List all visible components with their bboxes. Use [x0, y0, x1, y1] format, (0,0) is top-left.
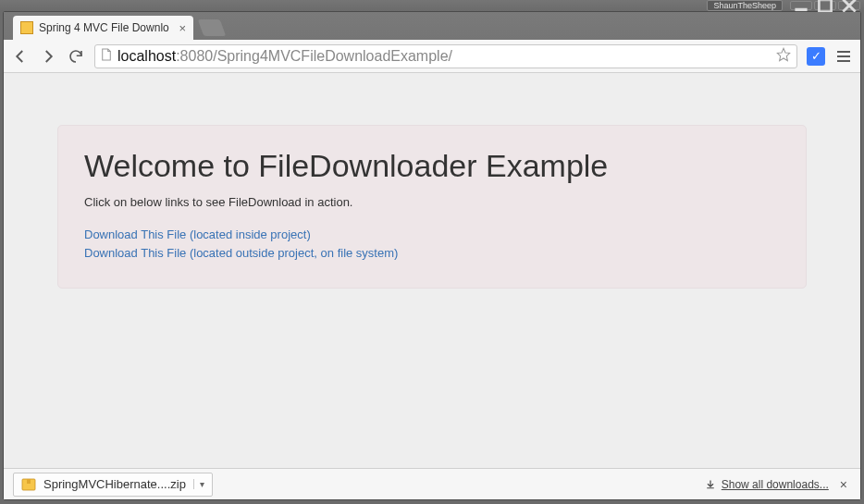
show-all-downloads-link[interactable]: Show all downloads... — [705, 478, 829, 491]
url-port: :8080 — [176, 48, 213, 64]
page-viewport: Welcome to FileDownloader Example Click … — [4, 73, 860, 468]
svg-rect-1 — [819, 0, 831, 12]
forward-button[interactable] — [39, 47, 57, 66]
download-bar-close-icon[interactable]: × — [836, 477, 851, 492]
page-subtext: Click on below links to see FileDownload… — [84, 195, 780, 209]
download-file-name: SpringMVCHibernate....zip — [43, 477, 186, 491]
reload-button[interactable] — [67, 47, 85, 66]
close-window-button[interactable] — [838, 1, 860, 10]
content-panel: Welcome to FileDownloader Example Click … — [57, 125, 807, 289]
tab-close-icon[interactable]: × — [179, 21, 186, 35]
minimize-button[interactable] — [790, 1, 812, 10]
browser-tab[interactable]: Spring 4 MVC File Downlo × — [13, 16, 193, 40]
tab-strip: Spring 4 MVC File Downlo × — [4, 12, 860, 40]
download-item[interactable]: SpringMVCHibernate....zip ▾ — [13, 473, 213, 497]
back-button[interactable] — [11, 47, 30, 66]
download-arrow-icon — [705, 479, 716, 490]
browser-window: Spring 4 MVC File Downlo × localhost:808… — [3, 11, 861, 500]
url-host: localhost — [117, 48, 176, 64]
svg-marker-4 — [777, 48, 789, 60]
address-bar[interactable]: localhost:8080/Spring4MVCFileDownloadExa… — [94, 44, 797, 68]
extension-icon[interactable]: ✓ — [807, 47, 825, 66]
window-titlebar: ShaunTheSheep — [0, 0, 864, 11]
svg-rect-6 — [27, 479, 31, 484]
page-icon — [101, 48, 112, 65]
page-heading: Welcome to FileDownloader Example — [84, 148, 780, 184]
zip-file-icon — [21, 477, 36, 492]
show-all-downloads-label: Show all downloads... — [722, 478, 829, 491]
maximize-button[interactable] — [814, 1, 836, 10]
toolbar: localhost:8080/Spring4MVCFileDownloadExa… — [4, 40, 860, 73]
download-link-external[interactable]: Download This File (located outside proj… — [84, 244, 780, 263]
favicon-icon — [20, 21, 33, 34]
download-link-internal[interactable]: Download This File (located inside proje… — [84, 226, 780, 244]
url-path: /Spring4MVCFileDownloadExample/ — [213, 48, 452, 64]
bookmark-star-icon[interactable] — [776, 47, 791, 66]
user-badge[interactable]: ShaunTheSheep — [707, 0, 783, 11]
new-tab-button[interactable] — [198, 19, 227, 36]
hamburger-menu-icon[interactable] — [834, 51, 853, 62]
url-text[interactable]: localhost:8080/Spring4MVCFileDownloadExa… — [117, 48, 771, 65]
download-bar: SpringMVCHibernate....zip ▾ Show all dow… — [4, 468, 860, 499]
download-item-menu-icon[interactable]: ▾ — [193, 479, 204, 489]
tab-title: Spring 4 MVC File Downlo — [39, 21, 173, 34]
